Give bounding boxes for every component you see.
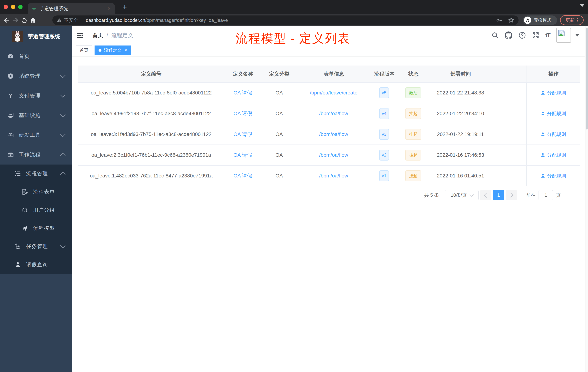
breadcrumb-home[interactable]: 首页 (92, 32, 103, 39)
tag-close-icon[interactable]: × (125, 48, 127, 53)
column-header: 定义编号 (78, 70, 225, 77)
tag-home[interactable]: 首页 (76, 45, 92, 55)
deploy-time: 2022-01-22 20:34:10 (428, 111, 493, 117)
reload-icon[interactable] (20, 16, 28, 24)
page-size-select[interactable]: 10条/页 (445, 190, 479, 200)
sidebar-item-label: 流程模型 (33, 225, 55, 232)
assign-rule-link[interactable]: 分配规则 (541, 110, 566, 117)
window-close-button[interactable] (4, 5, 8, 9)
security-warning-icon (57, 18, 62, 22)
favicon-sprig-icon (31, 6, 37, 11)
column-header: 部署时间 (428, 70, 493, 77)
robot-face-icon (21, 207, 28, 213)
url-path: /bpm/manager/definition?key=oa_leave (145, 17, 228, 23)
assign-rule-link[interactable]: 分配规则 (541, 131, 566, 138)
assign-rule-link[interactable]: 分配规则 (541, 90, 566, 96)
version-badge: v4 (379, 108, 389, 119)
tag-label: 流程定义 (104, 47, 121, 53)
forward-icon[interactable] (12, 16, 19, 24)
sidebar-item-process-form[interactable]: 流程表单 (0, 183, 72, 201)
gear-icon (7, 73, 14, 79)
security-label: 不安全 (64, 17, 78, 23)
goto-page-input[interactable] (538, 190, 553, 200)
person-icon (541, 132, 545, 137)
browser-update-button[interactable]: 更新 (560, 15, 584, 25)
form-link[interactable]: /bpm/oa/flow (319, 111, 348, 116)
sidebar: 芋道管理系统 首页 系统管理 ¥ 支付管理 (0, 26, 72, 372)
sidebar-item-system[interactable]: 系统管理 (0, 66, 72, 86)
sidebar-item-task-management[interactable]: 任务管理 (0, 237, 72, 255)
pagination-total: 共 5 条 (424, 192, 439, 198)
window-zoom-button[interactable] (18, 5, 22, 9)
definition-id: oa_leave:2:3c1f0ef1-76b1-11ec-9c66-a2380… (78, 152, 225, 158)
assign-rule-link[interactable]: 分配规则 (541, 152, 566, 158)
tag-process-definition[interactable]: 流程定义 × (94, 45, 131, 55)
browser-tab[interactable]: 芋道管理系统 × (28, 3, 115, 14)
saved-password-key-icon[interactable] (496, 17, 502, 23)
sidebar-item-user-group[interactable]: 用户分组 (0, 201, 72, 219)
paper-plane-icon (21, 225, 28, 231)
sidebar-item-workflow[interactable]: 工作流程 (0, 145, 72, 164)
version-badge: v2 (379, 150, 389, 161)
person-icon (541, 174, 545, 178)
sidebar-item-process-model[interactable]: 流程模型 (0, 219, 72, 237)
definition-name-link[interactable]: OA 请假 (233, 90, 252, 96)
sidebar-item-label: 流程管理 (26, 170, 48, 177)
form-link[interactable]: /bpm/oa/flow (319, 131, 348, 137)
chevron-down-icon (60, 243, 66, 248)
bookmark-star-icon[interactable] (508, 17, 514, 23)
help-icon[interactable] (519, 32, 526, 39)
app-root: 芋道管理系统 首页 系统管理 ¥ 支付管理 (0, 26, 588, 372)
url-bar[interactable]: 不安全 dashboard.yudao.iocoder.cn/bpm/manag… (52, 15, 519, 25)
table-row: oa_leave:1:482ec033-762a-11ec-8477-a2380… (78, 166, 580, 186)
sidebar-item-infra[interactable]: 基础设施 (0, 106, 72, 125)
avatar[interactable] (556, 28, 571, 43)
form-link[interactable]: /bpm/oa/flow (319, 173, 348, 178)
sidebar-item-leave-query[interactable]: 请假查询 (0, 255, 72, 274)
table-row: oa_leave:5:004b710b-7b8a-11ec-8ef0-acde4… (78, 83, 580, 103)
column-header: 定义分类 (261, 70, 297, 77)
new-tab-button[interactable]: + (120, 2, 129, 12)
sidebar-item-label: 工作流程 (19, 151, 41, 158)
sidebar-item-label: 流程表单 (33, 188, 55, 195)
font-size-icon[interactable]: tT (546, 32, 550, 39)
status-badge: 激活 (405, 87, 421, 98)
definition-category: OA (261, 111, 297, 117)
github-icon[interactable] (505, 32, 512, 39)
avatar-caret-icon[interactable] (575, 34, 579, 37)
chevron-up-icon (60, 153, 66, 158)
form-link[interactable]: /bpm/oa/flow (319, 152, 348, 158)
scrollbar-thumb[interactable] (586, 28, 588, 130)
search-icon[interactable] (492, 32, 499, 39)
pagination: 共 5 条 10条/页 1 前往 页 (424, 190, 561, 200)
tab-close-icon[interactable]: × (107, 6, 111, 11)
definition-table: 定义编号 定义名称 定义分类 表单信息 流程版本 状态 部署时间 操作 oa_l… (78, 66, 580, 186)
sidebar-item-payment[interactable]: ¥ 支付管理 (0, 86, 72, 106)
tab-search-chevron-icon[interactable] (580, 4, 584, 7)
current-page-button[interactable]: 1 (493, 190, 504, 200)
person-icon (541, 153, 545, 157)
assign-rule-link[interactable]: 分配规则 (541, 173, 566, 179)
sidebar-item-devtools[interactable]: 研发工具 (0, 125, 72, 145)
prev-page-button[interactable] (480, 190, 491, 200)
back-icon[interactable] (3, 16, 10, 24)
definition-name-link[interactable]: OA 请假 (233, 152, 252, 158)
column-header: 流程版本 (370, 70, 399, 77)
sidebar-item-process-management[interactable]: 流程管理 (0, 164, 72, 183)
home-icon[interactable] (29, 16, 37, 24)
navbar-right-tools: tT (485, 26, 579, 44)
sidebar-collapse-icon[interactable] (76, 32, 84, 39)
column-header: 操作 (526, 66, 580, 82)
page-scrollbar[interactable] (585, 26, 588, 372)
definition-name-link[interactable]: OA 请假 (233, 111, 252, 116)
sidebar-logo[interactable]: 芋道管理系统 (0, 26, 72, 47)
window-minimize-button[interactable] (11, 5, 15, 9)
definition-name-link[interactable]: OA 请假 (233, 131, 252, 137)
next-page-button[interactable] (506, 190, 517, 200)
sidebar-item-home[interactable]: 首页 (0, 47, 72, 66)
form-link[interactable]: /bpm/oa/leave/create (310, 90, 357, 96)
browser-menu-icon[interactable] (577, 18, 578, 22)
incognito-label: 无痕模式 (534, 17, 551, 23)
definition-name-link[interactable]: OA 请假 (233, 173, 252, 178)
fullscreen-icon[interactable] (532, 32, 539, 39)
